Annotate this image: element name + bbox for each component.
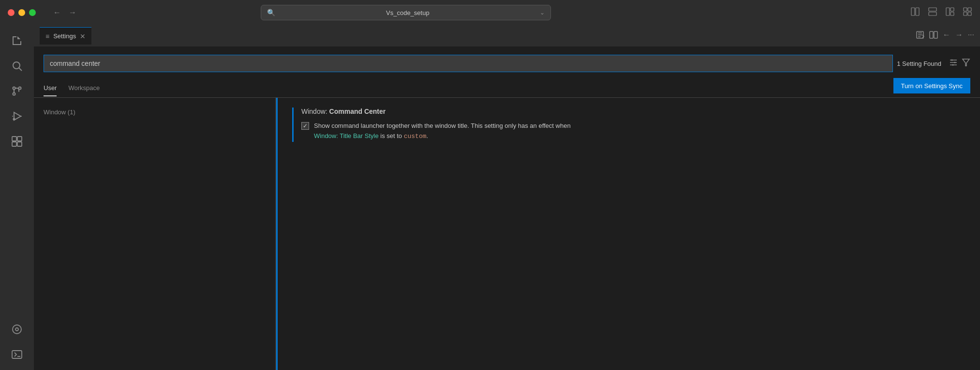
filter-icon[interactable] bbox=[962, 58, 970, 69]
svg-point-11 bbox=[13, 62, 20, 69]
back-arrow[interactable]: ← bbox=[51, 8, 63, 17]
terminal-panel-icon[interactable] bbox=[5, 343, 29, 366]
desc-end: . bbox=[427, 132, 429, 139]
window-category[interactable]: Window (1) bbox=[34, 106, 275, 119]
svg-rect-30 bbox=[934, 31, 937, 38]
search-icon: 🔍 bbox=[267, 9, 275, 16]
split-editor-icon[interactable] bbox=[929, 31, 938, 41]
layout-icon-2[interactable] bbox=[928, 7, 937, 18]
search-sidebar-icon[interactable] bbox=[5, 54, 29, 77]
setting-desc-text: Show command launcher together with the … bbox=[314, 121, 571, 142]
svg-line-12 bbox=[19, 68, 22, 71]
svg-rect-1 bbox=[916, 8, 919, 15]
svg-point-24 bbox=[13, 325, 21, 334]
settings-tab-close[interactable]: ✕ bbox=[80, 32, 86, 40]
svg-rect-29 bbox=[930, 31, 933, 38]
settings-search-input[interactable] bbox=[44, 55, 893, 72]
title-bar: ← → 🔍 Vs_code_setup ⌄ bbox=[0, 0, 980, 25]
setting-link[interactable]: Window: Title Bar Style bbox=[314, 132, 379, 139]
layout-icon-4[interactable] bbox=[963, 7, 972, 18]
svg-point-17 bbox=[13, 118, 15, 121]
workspace-tab[interactable]: Workspace bbox=[68, 80, 100, 96]
minimize-button[interactable] bbox=[18, 9, 25, 16]
setting-title-prefix: Window: bbox=[301, 108, 329, 115]
tab-bar-actions: ← → ··· bbox=[916, 31, 974, 41]
svg-rect-23 bbox=[17, 142, 22, 146]
svg-rect-21 bbox=[17, 137, 22, 141]
filter-list-icon[interactable] bbox=[949, 58, 958, 69]
checkmark-icon: ✓ bbox=[303, 122, 308, 130]
svg-rect-7 bbox=[964, 8, 967, 11]
svg-rect-0 bbox=[911, 8, 915, 15]
settings-body: Window (1) Window: Command Center ✓ bbox=[34, 98, 980, 370]
tab-bar: ≡ Settings ✕ ← bbox=[34, 25, 980, 47]
desc-suffix: is set to bbox=[379, 132, 404, 139]
svg-rect-20 bbox=[12, 137, 16, 141]
tab-forward-arrow[interactable]: → bbox=[955, 31, 963, 41]
forward-arrow[interactable]: → bbox=[67, 8, 78, 17]
settings-container: 1 Setting Found bbox=[34, 47, 980, 370]
title-bar-actions bbox=[910, 7, 972, 18]
svg-point-36 bbox=[952, 64, 954, 65]
svg-point-25 bbox=[15, 328, 18, 331]
chevron-down-icon: ⌄ bbox=[540, 9, 545, 16]
more-actions-icon[interactable]: ··· bbox=[968, 31, 974, 41]
svg-rect-5 bbox=[950, 8, 954, 11]
svg-rect-3 bbox=[929, 12, 936, 15]
open-settings-json-icon[interactable] bbox=[916, 31, 924, 41]
svg-marker-37 bbox=[963, 59, 969, 66]
checkbox-container: ✓ bbox=[301, 122, 309, 130]
settings-detail: Window: Command Center ✓ Show command la… bbox=[276, 98, 980, 370]
setting-checkbox[interactable]: ✓ bbox=[301, 122, 309, 130]
search-results-badge: 1 Setting Found bbox=[897, 60, 941, 67]
settings-tab-label: Settings bbox=[53, 32, 76, 40]
settings-tab[interactable]: ≡ Settings ✕ bbox=[40, 27, 91, 45]
layout-icon-3[interactable] bbox=[945, 7, 955, 18]
layout-icon-1[interactable] bbox=[910, 7, 920, 18]
svg-rect-4 bbox=[946, 8, 950, 15]
maximize-button[interactable] bbox=[29, 9, 36, 16]
svg-rect-10 bbox=[968, 12, 971, 15]
explorer-icon[interactable] bbox=[5, 29, 29, 52]
svg-rect-6 bbox=[950, 12, 954, 15]
svg-point-15 bbox=[13, 93, 15, 95]
svg-point-13 bbox=[13, 87, 15, 90]
svg-rect-2 bbox=[929, 8, 936, 11]
git-icon[interactable] bbox=[5, 318, 29, 341]
settings-header: 1 Setting Found bbox=[34, 47, 980, 72]
setting-code: custom bbox=[404, 133, 427, 140]
main-container: ≡ Settings ✕ ← bbox=[0, 25, 980, 370]
command-bar-text: Vs_code_setup bbox=[279, 9, 536, 16]
setting-title: Window: Command Center bbox=[301, 108, 965, 115]
tab-back-arrow[interactable]: ← bbox=[943, 31, 950, 41]
traffic-lights bbox=[8, 9, 36, 16]
setting-description: ✓ Show command launcher together with th… bbox=[301, 121, 965, 142]
sync-button[interactable]: Turn on Settings Sync bbox=[893, 78, 970, 93]
svg-point-35 bbox=[954, 62, 956, 63]
run-debug-icon[interactable] bbox=[5, 105, 29, 128]
editor-area: ≡ Settings ✕ ← bbox=[34, 25, 980, 370]
svg-rect-22 bbox=[12, 142, 16, 146]
settings-tabs-bar: User Workspace Turn on Settings Sync bbox=[34, 78, 980, 98]
description-text: Show command launcher together with the … bbox=[314, 122, 571, 129]
activity-bar bbox=[0, 25, 34, 370]
svg-rect-8 bbox=[968, 8, 971, 11]
svg-rect-9 bbox=[964, 12, 967, 15]
svg-point-34 bbox=[951, 59, 953, 61]
extensions-icon[interactable] bbox=[5, 130, 29, 153]
setting-title-bold: Command Center bbox=[329, 108, 386, 115]
nav-arrows: ← → bbox=[51, 8, 78, 17]
source-control-icon[interactable] bbox=[5, 79, 29, 103]
settings-tab-icon: ≡ bbox=[45, 32, 49, 40]
search-bar-wrapper: 1 Setting Found bbox=[44, 55, 970, 72]
command-bar[interactable]: 🔍 Vs_code_setup ⌄ bbox=[261, 5, 551, 20]
settings-sidebar: Window (1) bbox=[34, 98, 276, 370]
user-tab[interactable]: User bbox=[44, 80, 57, 96]
close-button[interactable] bbox=[8, 9, 15, 16]
setting-group: Window: Command Center ✓ Show command la… bbox=[292, 108, 965, 142]
